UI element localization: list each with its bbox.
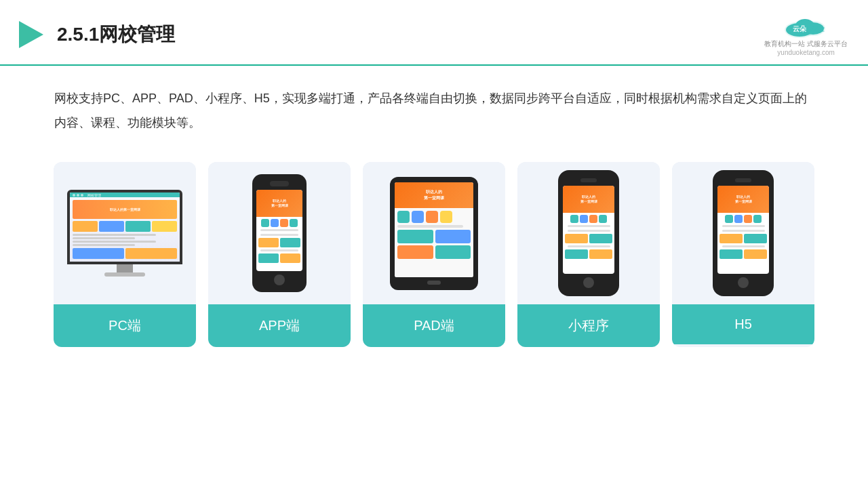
card-miniapp-label: 小程序 [517,304,660,347]
card-app-image: 职达人的第一堂网课 [208,162,351,304]
monitor-device: 网校管理 职达人的第一堂网课 [67,190,182,277]
card-pc-image: 网校管理 职达人的第一堂网课 [54,162,196,304]
phone-device-miniapp: 职达人的第一堂网课 [558,170,619,296]
card-app: 职达人的第一堂网课 [208,162,351,347]
card-pad-label: PAD端 [363,304,505,347]
card-h5-image: 职达人的第一堂网课 [672,162,814,304]
page-header: 2.5.1网校管理 云朵 课堂 教育机构一站 式服务云平台 yunduoketa… [0,0,868,66]
card-h5-label: H5 [672,304,814,344]
platform-cards: 网校管理 职达人的第一堂网课 [0,142,868,367]
card-miniapp: 职达人的第一堂网课 [517,162,660,347]
card-pad: 职达人的第一堂网课 [363,162,505,347]
card-app-label: APP端 [208,304,351,347]
logo-area: 云朵 课堂 教育机构一站 式服务云平台 yunduoketang.com [764,12,848,56]
svg-text:课堂: 课堂 [812,26,825,33]
svg-text:云朵: 云朵 [793,25,807,33]
page-title: 2.5.1网校管理 [57,22,175,47]
header-left: 2.5.1网校管理 [14,18,175,51]
card-pc-label: PC端 [54,304,196,347]
card-pad-image: 职达人的第一堂网课 [363,162,505,304]
logo-subtitle: 教育机构一站 式服务云平台 [764,39,848,49]
tablet-device: 职达人的第一堂网课 [390,177,478,290]
card-pc: 网校管理 职达人的第一堂网课 [54,162,196,347]
description-text: 网校支持PC、APP、PAD、小程序、H5，实现多端打通，产品各终端自由切换，数… [0,66,868,142]
phone-device-h5: 职达人的第一堂网课 [713,170,774,296]
svg-marker-0 [19,21,43,48]
card-miniapp-image: 职达人的第一堂网课 [517,162,660,304]
phone-device-app: 职达人的第一堂网课 [252,174,307,292]
logo-url: yunduoketang.com [777,49,835,56]
play-icon [14,18,46,51]
logo-icon: 云朵 课堂 [779,12,833,39]
card-h5: 职达人的第一堂网课 [672,162,814,347]
